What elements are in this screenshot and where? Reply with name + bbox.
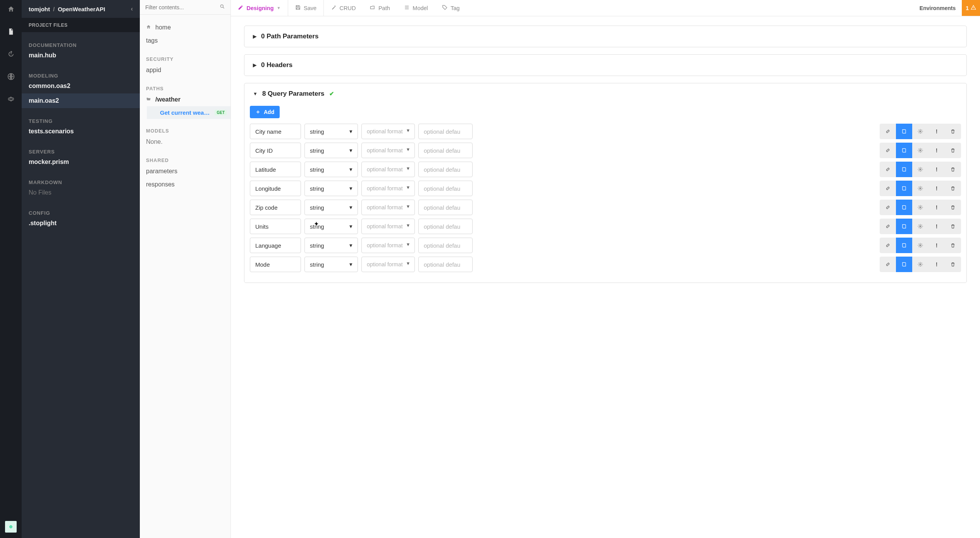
required-icon[interactable]: !: [928, 124, 945, 139]
home-icon[interactable]: [7, 5, 15, 15]
link-icon[interactable]: [880, 238, 896, 253]
param-default-input[interactable]: [418, 219, 473, 234]
book-icon[interactable]: [896, 257, 912, 272]
trash-icon[interactable]: [945, 200, 961, 215]
avatar[interactable]: [5, 521, 17, 533]
param-default-input[interactable]: [418, 143, 473, 158]
link-icon[interactable]: [880, 162, 896, 177]
param-type-select[interactable]: string▾: [304, 200, 358, 215]
filter-input[interactable]: [145, 4, 220, 10]
link-icon[interactable]: [880, 181, 896, 196]
param-format-select[interactable]: optional format▾: [361, 162, 415, 177]
gear-icon[interactable]: [912, 181, 928, 196]
param-type-select[interactable]: string▾: [304, 219, 358, 234]
param-type-select[interactable]: string▾: [304, 124, 358, 139]
param-type-select[interactable]: string▾: [304, 181, 358, 196]
param-type-select[interactable]: string▾: [304, 257, 358, 272]
param-format-select[interactable]: optional format▾: [361, 238, 415, 253]
settings-icon[interactable]: [7, 95, 15, 105]
shared-parameters[interactable]: parameters: [146, 165, 224, 178]
param-name-input[interactable]: [250, 200, 301, 215]
param-name-input[interactable]: [250, 219, 301, 234]
history-icon[interactable]: [7, 50, 15, 60]
link-icon[interactable]: [880, 219, 896, 234]
path-parameters-toggle[interactable]: ▶ 0 Path Parameters: [244, 26, 966, 47]
trash-icon[interactable]: [945, 143, 961, 158]
sidebar-file-item[interactable]: mocker.prism: [22, 155, 140, 169]
content-scroll[interactable]: ▶ 0 Path Parameters ▶ 0 Headers ▼ 8 Quer…: [231, 16, 980, 538]
gear-icon[interactable]: [912, 219, 928, 234]
param-name-input[interactable]: [250, 143, 301, 158]
gear-icon[interactable]: [912, 257, 928, 272]
sidebar-file-item[interactable]: common.oas2: [22, 79, 140, 93]
book-icon[interactable]: [896, 200, 912, 215]
link-icon[interactable]: [880, 124, 896, 139]
param-type-select[interactable]: string▾: [304, 162, 358, 177]
param-format-select[interactable]: optional format▾: [361, 143, 415, 158]
save-button[interactable]: Save: [288, 0, 324, 16]
sidebar-file-item[interactable]: .stoplight: [22, 216, 140, 231]
gear-icon[interactable]: [912, 238, 928, 253]
breadcrumb[interactable]: tomjoht / OpenWeatherAPI ‹: [22, 0, 140, 18]
search-icon[interactable]: [220, 4, 225, 10]
param-default-input[interactable]: [418, 181, 473, 196]
path-button[interactable]: Path: [363, 0, 397, 16]
param-default-input[interactable]: [418, 162, 473, 177]
sidebar-file-item[interactable]: main.oas2: [22, 93, 140, 108]
link-icon[interactable]: [880, 143, 896, 158]
required-icon[interactable]: !: [928, 162, 945, 177]
param-format-select[interactable]: optional format▾: [361, 219, 415, 234]
path-weather[interactable]: /weather: [146, 93, 224, 106]
book-icon[interactable]: [896, 162, 912, 177]
file-icon[interactable]: [7, 28, 15, 37]
headers-toggle[interactable]: ▶ 0 Headers: [244, 55, 966, 76]
trash-icon[interactable]: [945, 162, 961, 177]
param-name-input[interactable]: [250, 124, 301, 139]
warnings-badge[interactable]: 1: [962, 0, 980, 16]
param-default-input[interactable]: [418, 238, 473, 253]
param-format-select[interactable]: optional format▾: [361, 124, 415, 139]
gear-icon[interactable]: [912, 143, 928, 158]
required-icon[interactable]: !: [928, 200, 945, 215]
chevron-left-icon[interactable]: ‹: [131, 5, 133, 12]
environments-button[interactable]: Environments: [913, 0, 962, 16]
param-name-input[interactable]: [250, 181, 301, 196]
sidebar-file-item[interactable]: main.hub: [22, 48, 140, 63]
book-icon[interactable]: [896, 143, 912, 158]
gear-icon[interactable]: [912, 162, 928, 177]
crud-button[interactable]: CRUD: [324, 0, 363, 16]
endpoint-get-current-weather[interactable]: Get current weath… GET: [147, 106, 230, 119]
book-icon[interactable]: [896, 181, 912, 196]
model-button[interactable]: Model: [397, 0, 435, 16]
book-icon[interactable]: [896, 219, 912, 234]
link-icon[interactable]: [880, 200, 896, 215]
required-icon[interactable]: !: [928, 219, 945, 234]
param-name-input[interactable]: [250, 257, 301, 272]
shared-responses[interactable]: responses: [146, 178, 224, 191]
param-name-input[interactable]: [250, 238, 301, 253]
trash-icon[interactable]: [945, 181, 961, 196]
security-appid[interactable]: appid: [146, 64, 224, 77]
trash-icon[interactable]: [945, 238, 961, 253]
param-default-input[interactable]: [418, 257, 473, 272]
add-parameter-button[interactable]: ＋ Add: [250, 106, 280, 118]
param-format-select[interactable]: optional format▾: [361, 181, 415, 196]
trash-icon[interactable]: [945, 124, 961, 139]
sidebar-file-item[interactable]: tests.scenarios: [22, 124, 140, 139]
book-icon[interactable]: [896, 238, 912, 253]
required-icon[interactable]: !: [928, 143, 945, 158]
param-format-select[interactable]: optional format▾: [361, 200, 415, 215]
trash-icon[interactable]: [945, 219, 961, 234]
tag-button[interactable]: Tag: [435, 0, 467, 16]
required-icon[interactable]: !: [928, 181, 945, 196]
nav-tags[interactable]: tags: [146, 34, 224, 47]
param-format-select[interactable]: optional format▾: [361, 257, 415, 272]
designing-button[interactable]: Designing ▼: [231, 0, 288, 16]
param-type-select[interactable]: string▾: [304, 238, 358, 253]
query-parameters-toggle[interactable]: ▼ 8 Query Parameters ✔: [244, 83, 966, 104]
param-default-input[interactable]: [418, 200, 473, 215]
param-default-input[interactable]: [418, 124, 473, 139]
link-icon[interactable]: [880, 257, 896, 272]
gear-icon[interactable]: [912, 200, 928, 215]
param-type-select[interactable]: string▾: [304, 143, 358, 158]
